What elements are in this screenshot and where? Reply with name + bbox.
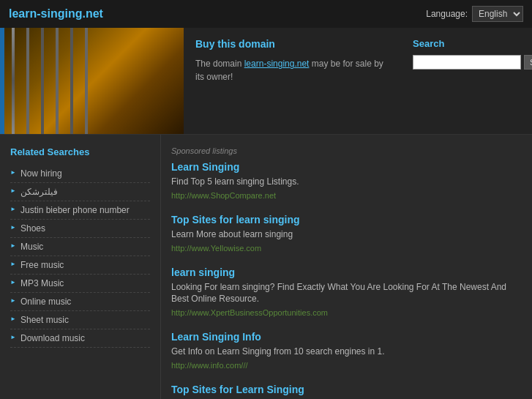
hero-section: Buy this domain The domain learn-singing…	[0, 28, 532, 135]
listing-title[interactable]: learn singing	[171, 266, 522, 278]
language-area: Language: English	[426, 6, 523, 22]
site-title: learn-singing.net	[9, 7, 103, 20]
sidebar-item[interactable]: MP3 Music	[10, 275, 150, 293]
sidebar-item[interactable]: Online music	[10, 293, 150, 311]
search-section: Search Search	[404, 28, 532, 134]
sidebar-item[interactable]: Justin bieber phone number	[10, 201, 150, 220]
sidebar-item[interactable]: Now hiring	[10, 165, 150, 183]
sidebar-item[interactable]: Sheet music	[10, 311, 150, 329]
listing-description: Get Info on Learn Singing from 10 search…	[171, 346, 522, 358]
sidebar-item[interactable]: فیلترشکن	[10, 183, 150, 201]
listing-item: Learn SingingFind Top 5 learn singing Li…	[171, 161, 522, 201]
guitar-image	[4, 28, 184, 134]
buy-domain-text: The domain learn-singing.net may be for …	[195, 57, 392, 83]
listing-item: Learn Singing InfoGet Info on Learn Sing…	[171, 331, 522, 370]
listing-description: Find Top 5 learn singing Listings.	[171, 176, 522, 188]
sidebar-item[interactable]: Shoes	[10, 220, 150, 238]
search-title: Search	[413, 38, 523, 49]
listing-title[interactable]: Top Sites for learn singing	[171, 214, 522, 225]
listing-title[interactable]: Learn Singing Info	[171, 331, 522, 343]
language-select[interactable]: English	[472, 6, 523, 22]
listing-description: Learn More about learn singing	[171, 228, 522, 241]
listing-url[interactable]: http://www.ShopCompare.net	[171, 191, 276, 200]
sidebar-heading: Related Searches	[10, 146, 150, 157]
related-searches-list: Now hiringفیلترشکنJustin bieber phone nu…	[10, 165, 150, 348]
main-content: Related Searches Now hiringفیلترشکنJusti…	[0, 135, 532, 399]
buy-domain-title: Buy this domain	[195, 38, 392, 50]
search-button[interactable]: Search	[524, 55, 532, 70]
sidebar-item[interactable]: Free music	[10, 256, 150, 275]
listing-item: Top Sites for learn singingLearn More ab…	[171, 214, 522, 253]
listing-url[interactable]: http://www.info.com///	[171, 361, 248, 370]
listings-container: Learn SingingFind Top 5 learn singing Li…	[171, 161, 522, 399]
listing-url[interactable]: http://www.Yellowise.com	[171, 244, 261, 253]
listing-title[interactable]: Learn Singing	[171, 161, 522, 173]
content-area: Sponsored listings Learn SingingFind Top…	[161, 135, 532, 399]
buy-domain-link[interactable]: learn-singing.net	[244, 59, 310, 69]
listing-item: Top Sites for Learn SingingLearn more ab…	[171, 384, 522, 399]
search-row: Search	[413, 55, 523, 70]
language-label: Language:	[426, 9, 468, 19]
sidebar-item[interactable]: Download music	[10, 329, 150, 348]
sidebar-item[interactable]: Music	[10, 238, 150, 256]
buy-domain-section: Buy this domain The domain learn-singing…	[184, 28, 404, 134]
listing-title[interactable]: Top Sites for Learn Singing	[171, 384, 522, 395]
listing-url[interactable]: http://www.XpertBusinessOpportunities.co…	[171, 308, 328, 317]
sidebar: Related Searches Now hiringفیلترشکنJusti…	[0, 135, 161, 399]
listing-item: learn singingLooking For learn singing? …	[171, 266, 522, 318]
header: learn-singing.net Language: English	[0, 0, 532, 28]
listing-description: Looking For learn singing? Find Exactly …	[171, 281, 522, 306]
sponsored-label: Sponsored listings	[171, 146, 522, 155]
search-input[interactable]	[413, 55, 521, 70]
